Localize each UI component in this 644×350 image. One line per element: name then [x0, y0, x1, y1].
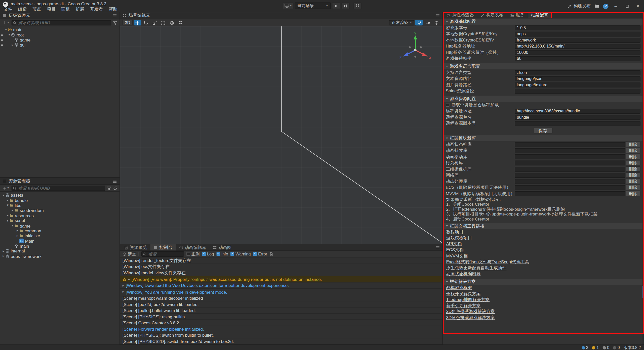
expand-caret-icon[interactable]: ▾	[6, 219, 10, 223]
expand-caret-icon[interactable]: ▸	[11, 43, 14, 47]
module-path-input[interactable]	[515, 185, 625, 190]
http-timeout-input[interactable]	[515, 50, 640, 55]
hierarchy-filter-button[interactable]	[113, 20, 117, 25]
expand-caret-icon[interactable]: ▸	[11, 208, 14, 212]
link-game-template[interactable]: 游戏模板项目	[446, 235, 472, 241]
remote-version-input[interactable]	[515, 121, 640, 126]
scene-light-button[interactable]	[415, 20, 423, 25]
remote-load-checkbox[interactable]	[446, 103, 450, 107]
asset-node-resources[interactable]: ▸resources	[0, 213, 119, 218]
delete-module-button[interactable]: 删除	[626, 172, 640, 178]
console-log-row[interactable]: [Scene] Cocos Creator v3.8.2	[120, 320, 442, 326]
link-hotupdate-plugin[interactable]: 原生包热更新配置自动生成插件	[446, 265, 506, 271]
asset-node-common[interactable]: ▸common	[0, 228, 119, 233]
expand-caret-icon[interactable]: ▸	[2, 254, 6, 258]
http-server-input[interactable]	[515, 44, 640, 49]
lock-icon[interactable]	[1, 43, 4, 47]
scene-viewport[interactable]: Y X Z	[120, 26, 442, 244]
crypto-key-input[interactable]	[515, 31, 640, 36]
build-publish-button[interactable]: 构建发布	[567, 3, 591, 9]
orientation-gizmo[interactable]: Y X Z	[398, 31, 432, 66]
console-log-row[interactable]: [Scene] [bullet]:bullet wasm lib loaded.	[120, 308, 442, 314]
section-game-basic[interactable]: ▾游戏基础配置	[443, 18, 642, 24]
scrollbar-thumb[interactable]	[642, 285, 644, 298]
section-doc-links[interactable]: ▾框架文档工具链接	[443, 223, 642, 229]
remote-bundle-input[interactable]	[515, 115, 640, 120]
inspector-scrollbar[interactable]	[642, 18, 644, 344]
tab-services[interactable]: 服务	[507, 12, 528, 18]
console-log-row[interactable]: [Window] model_view文件夹存在	[120, 270, 442, 277]
tab-property-inspector[interactable]: 属性检查器	[443, 12, 477, 18]
spine-path-input[interactable]	[515, 89, 640, 94]
projection-3d-button[interactable]: 3D	[123, 20, 133, 25]
console-log-row[interactable]: [Scene] Forward render pipeline initiali…	[120, 326, 442, 332]
expand-caret-icon[interactable]: ▸	[123, 290, 124, 294]
regex-checkbox[interactable]: 正则	[186, 251, 199, 257]
link-2d-rpg-solution[interactable]: 2D角色扮演游戏解决方案	[446, 309, 495, 315]
rect-tool-button[interactable]	[160, 20, 167, 25]
assets-menu-button[interactable]	[112, 179, 117, 183]
filter-info-checkbox[interactable]: Info	[216, 252, 228, 256]
asset-node-main-ts[interactable]: TSMain	[0, 238, 119, 243]
expand-caret-icon[interactable]: ▾	[11, 224, 14, 228]
scene-select-dropdown[interactable]: 当前场景▾	[294, 3, 331, 9]
assets-refresh-button[interactable]	[113, 186, 117, 190]
delete-module-button[interactable]: 删除	[626, 166, 640, 171]
module-path-input[interactable]	[515, 160, 625, 165]
filter-log-checkbox[interactable]: Log	[202, 252, 214, 256]
menu-node[interactable]: 节点	[30, 7, 44, 12]
move-tool-button[interactable]	[134, 20, 141, 25]
expand-caret-icon[interactable]: ▸	[16, 234, 19, 238]
menu-developer[interactable]: 开发者	[87, 7, 106, 12]
console-log-row[interactable]: ▸[Window] [Vue warn]: Property "onInput"…	[120, 276, 442, 283]
section-solutions[interactable]: ▾框架解决方案	[443, 279, 642, 285]
delete-module-button[interactable]: 删除	[626, 154, 640, 159]
expand-caret-icon[interactable]: ▸	[16, 229, 19, 233]
render-mode-dropdown[interactable]: 正常渲染▾	[389, 20, 414, 25]
gizmo-y-label[interactable]: Y	[414, 31, 417, 35]
expand-caret-icon[interactable]: ▸	[6, 214, 10, 217]
link-tiledmap-solution[interactable]: Tiledmap地图解决方案	[446, 297, 490, 303]
image-path-input[interactable]	[515, 82, 640, 87]
create-node-button[interactable]: ▾	[2, 21, 10, 24]
fps-input[interactable]	[515, 56, 640, 61]
preview-device-button[interactable]: ▾	[283, 3, 293, 9]
asset-node-main-scene[interactable]: main	[0, 243, 119, 248]
module-path-input[interactable]	[515, 191, 625, 196]
link-wargame-framework[interactable]: 战棋游戏框架	[446, 285, 472, 291]
console-log-row[interactable]: [Scene] meshopt wasm decoder initialized	[120, 295, 442, 301]
module-path-input[interactable]	[515, 148, 625, 153]
section-game-resources[interactable]: ▾游戏资源配置	[443, 96, 642, 102]
expand-caret-icon[interactable]: ▸	[2, 249, 6, 253]
close-button[interactable]: ×	[634, 3, 641, 9]
create-asset-button[interactable]: ▾	[2, 186, 10, 190]
asset-node-internal[interactable]: ▸internal	[0, 248, 119, 253]
hierarchy-node-game[interactable]: game	[0, 37, 119, 42]
module-path-input[interactable]	[515, 179, 625, 184]
link-animator-editor[interactable]: 动画状态机编辑器	[446, 271, 480, 277]
scale-tool-button[interactable]	[151, 20, 158, 25]
rotate-tool-button[interactable]	[142, 20, 150, 25]
hierarchy-node-gui[interactable]: ▸ gui	[0, 42, 119, 47]
module-path-input[interactable]	[515, 142, 625, 147]
world-space-toggle[interactable]	[168, 20, 176, 25]
section-language[interactable]: ▾游戏多语言配置	[443, 63, 642, 69]
link-fullstack-solution[interactable]: 全栈开发解决方案	[446, 291, 480, 297]
menu-project[interactable]: 项目	[44, 7, 58, 12]
lock-icon[interactable]	[1, 33, 4, 36]
menu-help[interactable]: 帮助	[106, 7, 120, 12]
assets-filter-button[interactable]	[107, 186, 111, 190]
crypto-iv-input[interactable]	[515, 37, 640, 42]
asset-node-seedrandom[interactable]: ▸seedrandom	[0, 208, 119, 213]
console-log-row[interactable]: [Window] render_texture文件夹存在	[120, 258, 442, 264]
scene-settings-button[interactable]	[433, 20, 440, 25]
link-ecs-docs[interactable]: ECS文档	[446, 247, 464, 253]
game-version-input[interactable]	[515, 25, 640, 30]
status-task-count[interactable]: 0	[613, 345, 620, 350]
tab-asset-preview[interactable]: 资源预览	[121, 244, 150, 250]
asset-node-assets[interactable]: ▾assets	[0, 193, 119, 198]
menu-panel[interactable]: 面板	[58, 7, 73, 12]
console-log-row[interactable]: [Scene] [PHYSICS]: switch from builtin t…	[120, 332, 442, 338]
asset-node-initialize[interactable]: ▸initialize	[0, 233, 119, 238]
tab-console[interactable]: 控制台	[150, 244, 176, 250]
